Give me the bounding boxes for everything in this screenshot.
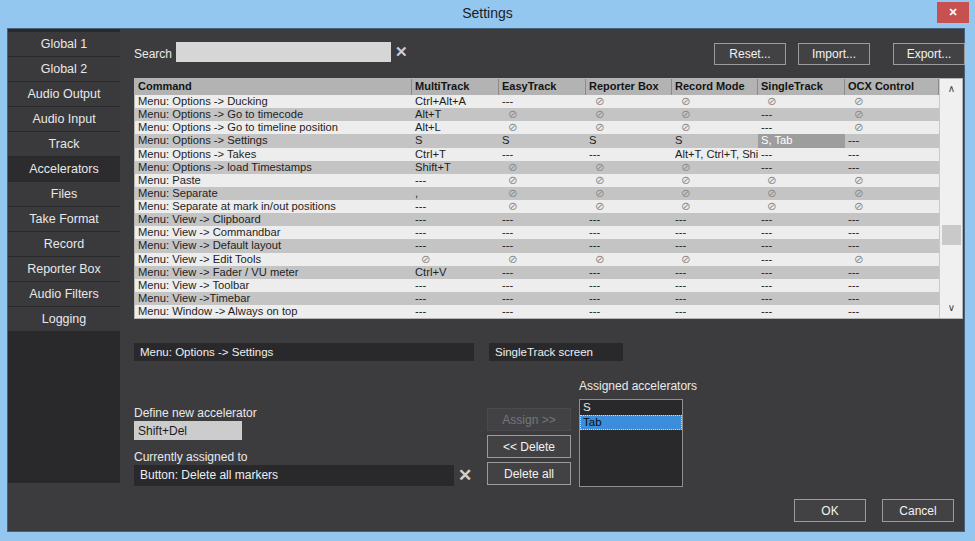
accelerator-cell[interactable]: ---	[758, 161, 845, 174]
blocked-cell[interactable]: ⊘	[845, 200, 939, 213]
sidebar-item-global-1[interactable]: Global 1	[8, 32, 120, 56]
blocked-cell[interactable]: ⊘	[672, 95, 758, 108]
blocked-cell[interactable]: ⊘	[586, 161, 672, 174]
accelerator-cell[interactable]: ---	[758, 266, 845, 279]
blocked-cell[interactable]: ⊘	[758, 187, 845, 200]
accelerator-cell[interactable]: ---	[586, 213, 672, 226]
ok-button[interactable]: OK	[794, 499, 866, 522]
delete-button[interactable]: << Delete	[487, 435, 571, 458]
sidebar-item-track[interactable]: Track	[8, 132, 120, 156]
accelerator-cell[interactable]: ---	[412, 174, 499, 187]
sidebar-item-accelerators[interactable]: Accelerators	[8, 157, 120, 181]
accelerator-cell[interactable]: ---	[672, 279, 758, 292]
column-header[interactable]: Command	[135, 79, 412, 95]
blocked-cell[interactable]: ⊘	[845, 121, 939, 134]
command-cell[interactable]: Menu: Options -> Go to timeline position	[135, 121, 412, 134]
search-input[interactable]	[176, 42, 391, 62]
blocked-cell[interactable]: ⊘	[845, 187, 939, 200]
command-cell[interactable]: Menu: Options -> load Timestamps	[135, 161, 412, 174]
command-cell[interactable]: Menu: Options -> Settings	[135, 134, 412, 147]
blocked-cell[interactable]: ⊘	[845, 95, 939, 108]
command-cell[interactable]: Menu: Options -> Go to timecode	[135, 108, 412, 121]
blocked-cell[interactable]: ⊘	[586, 95, 672, 108]
blocked-cell[interactable]: ⊘	[586, 200, 672, 213]
accelerator-cell[interactable]: S	[586, 134, 672, 147]
accelerator-cell[interactable]: ---	[758, 239, 845, 252]
accelerator-cell[interactable]: ---	[672, 213, 758, 226]
blocked-cell[interactable]: ⊘	[758, 95, 845, 108]
blocked-cell[interactable]: ⊘	[845, 174, 939, 187]
column-header[interactable]: OCX Control	[845, 79, 939, 95]
table-row[interactable]: Menu: View -> Edit Tools⊘⊘⊘⊘---⊘	[135, 253, 962, 266]
accelerator-cell[interactable]: ---	[586, 305, 672, 318]
accelerator-cell[interactable]: ---	[845, 305, 939, 318]
sidebar-item-audio-filters[interactable]: Audio Filters	[8, 282, 120, 306]
accelerator-cell[interactable]: ---	[499, 292, 586, 305]
accelerator-cell[interactable]: ---	[758, 305, 845, 318]
blocked-cell[interactable]: ⊘	[499, 174, 586, 187]
scrollbar-thumb[interactable]	[942, 225, 961, 245]
table-row[interactable]: Menu: View -> Default layout------------…	[135, 239, 962, 252]
table-row[interactable]: Menu: View ->Timebar------------------	[135, 292, 962, 305]
assign-button[interactable]: Assign >>	[487, 408, 571, 431]
sidebar-item-reporter-box[interactable]: Reporter Box	[8, 257, 120, 281]
table-row[interactable]: Menu: View -> Toolbar------------------	[135, 279, 962, 292]
accelerator-cell[interactable]: Alt+L	[412, 121, 499, 134]
blocked-cell[interactable]: ⊘	[586, 121, 672, 134]
accelerator-cell[interactable]: ,	[412, 187, 499, 200]
sidebar-item-global-2[interactable]: Global 2	[8, 57, 120, 81]
blocked-cell[interactable]: ⊘	[586, 253, 672, 266]
close-button[interactable]: ✕	[937, 2, 969, 23]
accelerator-cell[interactable]: ---	[586, 292, 672, 305]
accelerator-cell[interactable]: ---	[845, 148, 939, 161]
command-cell[interactable]: Menu: View -> Edit Tools	[135, 253, 412, 266]
accelerator-cell[interactable]: Alt+T	[412, 108, 499, 121]
export-button[interactable]: Export...	[893, 43, 965, 65]
accelerator-cell[interactable]: Shift+T	[412, 161, 499, 174]
accelerator-cell[interactable]: ---	[412, 200, 499, 213]
accelerator-cell[interactable]: ---	[758, 148, 845, 161]
accelerator-cell[interactable]: ---	[412, 239, 499, 252]
command-cell[interactable]: Menu: Options -> Ducking	[135, 95, 412, 108]
sidebar-item-audio-output[interactable]: Audio Output	[8, 82, 120, 106]
table-row[interactable]: Menu: Options -> load TimestampsShift+T⊘…	[135, 161, 962, 174]
command-cell[interactable]: Menu: View -> Fader / VU meter	[135, 266, 412, 279]
accelerator-cell[interactable]: ---	[412, 213, 499, 226]
accelerator-cell[interactable]: ---	[845, 213, 939, 226]
accelerator-cell[interactable]: Ctrl+T	[412, 148, 499, 161]
sidebar-item-audio-input[interactable]: Audio Input	[8, 107, 120, 131]
command-cell[interactable]: Menu: Separate at mark in/out positions	[135, 200, 412, 213]
command-cell[interactable]: Menu: Paste	[135, 174, 412, 187]
accelerator-cell[interactable]: ---	[586, 239, 672, 252]
clear-assigned-icon[interactable]: ✕	[458, 467, 472, 485]
accelerator-cell[interactable]: S	[672, 134, 758, 147]
accelerator-cell[interactable]: ---	[586, 266, 672, 279]
command-cell[interactable]: Menu: Options -> Takes	[135, 148, 412, 161]
accelerator-cell[interactable]: ---	[845, 226, 939, 239]
accelerator-cell[interactable]: ---	[412, 279, 499, 292]
accelerator-cell[interactable]: ---	[845, 161, 939, 174]
blocked-cell[interactable]: ⊘	[586, 187, 672, 200]
accelerator-cell[interactable]: ---	[758, 108, 845, 121]
blocked-cell[interactable]: ⊘	[586, 174, 672, 187]
column-header[interactable]: SingleTrack	[758, 79, 845, 95]
accelerator-cell[interactable]: ---	[758, 253, 845, 266]
sidebar-item-logging[interactable]: Logging	[8, 307, 120, 331]
column-header[interactable]: Record Mode	[672, 79, 758, 95]
accelerator-cell[interactable]: ---	[758, 292, 845, 305]
accelerator-cell[interactable]: ---	[672, 226, 758, 239]
table-row[interactable]: Menu: View -> Clipboard-----------------…	[135, 213, 962, 226]
blocked-cell[interactable]: ⊘	[672, 174, 758, 187]
blocked-cell[interactable]: ⊘	[845, 253, 939, 266]
command-cell[interactable]: Menu: View -> Commandbar	[135, 226, 412, 239]
blocked-cell[interactable]: ⊘	[845, 108, 939, 121]
accelerator-cell[interactable]: ---	[499, 239, 586, 252]
command-cell[interactable]: Menu: Separate	[135, 187, 412, 200]
accelerator-list-item[interactable]: Tab	[580, 415, 682, 430]
accelerator-cell[interactable]: ---	[586, 226, 672, 239]
scroll-down-icon[interactable]: ∨	[940, 298, 963, 318]
accelerator-cell[interactable]: ---	[672, 266, 758, 279]
command-cell[interactable]: Menu: View -> Clipboard	[135, 213, 412, 226]
command-cell[interactable]: Menu: Window -> Always on top	[135, 305, 412, 318]
blocked-cell[interactable]: ⊘	[672, 161, 758, 174]
